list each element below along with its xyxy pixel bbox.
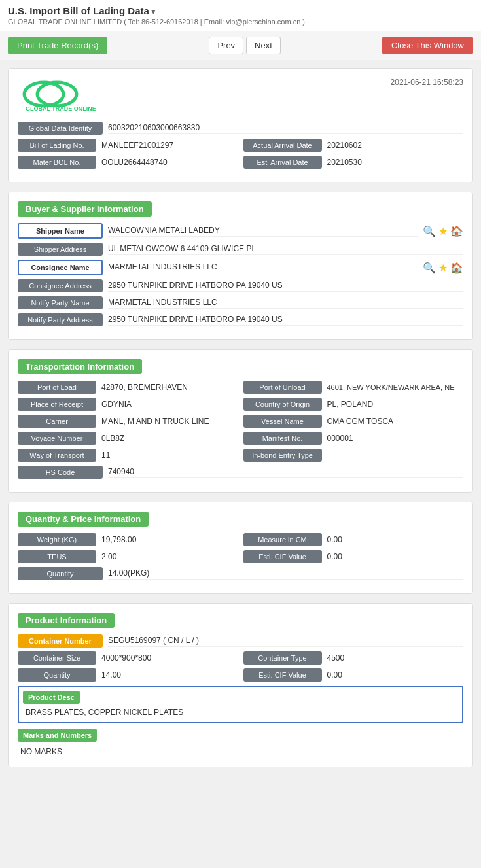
actual-arrival-col: Actual Arrival Date 20210602 bbox=[243, 139, 464, 152]
container-number-value: SEGU5169097 ( CN / L / ) bbox=[108, 636, 463, 647]
esti-cif-value: 0.00 bbox=[327, 552, 342, 561]
measure-value: 0.00 bbox=[327, 535, 342, 544]
quantity-label: Quantity bbox=[18, 567, 103, 580]
consignee-icons: 🔍 ★ 🏠 bbox=[423, 262, 463, 274]
esti-cif-label: Esti. CIF Value bbox=[243, 550, 322, 563]
shipper-address-row: Shipper Address UL METALOWCOW 6 44109 GL… bbox=[18, 243, 463, 256]
port-unload-label: Port of Unload bbox=[243, 381, 322, 394]
shipper-search-icon[interactable]: 🔍 bbox=[423, 225, 436, 237]
main-content: GLOBAL TRADE ONLINE LIMITED 2021-06-21 1… bbox=[0, 60, 481, 784]
container-type-col: Container Type 4500 bbox=[243, 651, 464, 665]
port-load-unload-row: Port of Load 42870, BREMERHAVEN Port of … bbox=[18, 381, 463, 394]
vessel-label: Vessel Name bbox=[243, 415, 322, 428]
shipper-name-label: Shipper Name bbox=[18, 223, 103, 239]
toolbar: Print Trade Record(s) Prev Next Close Th… bbox=[0, 31, 481, 60]
masterbol-value: OOLU2664448740 bbox=[101, 158, 168, 167]
logo: GLOBAL TRADE ONLINE LIMITED bbox=[18, 78, 96, 114]
notify-party-name-label: Notify Party Name bbox=[18, 296, 103, 309]
quantity-price-title: Quantity & Price Information bbox=[18, 512, 149, 527]
vessel-col: Vessel Name CMA CGM TOSCA bbox=[243, 415, 464, 428]
shipper-name-value: WALCOWNIA METALI LABEDY bbox=[108, 226, 418, 237]
weight-measure-row: Weight (KG) 19,798.00 Measure in CM 0.00 bbox=[18, 533, 463, 546]
container-number-label: Container Number bbox=[18, 634, 103, 648]
close-button[interactable]: Close This Window bbox=[382, 37, 473, 54]
buyer-supplier-header: Buyer & Supplier Information bbox=[18, 201, 463, 223]
carrier-col: Carrier MANL, M AND N TRUCK LINE bbox=[18, 415, 238, 428]
carrier-value: MANL, M AND N TRUCK LINE bbox=[101, 417, 209, 426]
country-origin-label: Country of Origin bbox=[243, 398, 322, 411]
notify-party-name-value: MARMETAL INDUSTRIES LLC bbox=[108, 298, 463, 309]
notify-party-name-row: Notify Party Name MARMETAL INDUSTRIES LL… bbox=[18, 296, 463, 309]
weight-value: 19,798.00 bbox=[101, 535, 136, 544]
port-load-value: 42870, BREMERHAVEN bbox=[101, 383, 188, 392]
teus-col: TEUS 2.00 bbox=[18, 550, 238, 563]
page-title: U.S. Import Bill of Lading Data bbox=[8, 5, 149, 16]
marks-value: NO MARKS bbox=[18, 746, 463, 757]
hs-code-row: HS Code 740940 bbox=[18, 466, 463, 479]
prod-qty-value: 14.00 bbox=[101, 670, 121, 680]
container-type-label: Container Type bbox=[243, 651, 322, 665]
svg-text:GLOBAL TRADE ONLINE LIMITED: GLOBAL TRADE ONLINE LIMITED bbox=[26, 105, 96, 112]
container-number-row: Container Number SEGU5169097 ( CN / L / … bbox=[18, 634, 463, 648]
consignee-name-value: MARMETAL INDUSTRIES LLC bbox=[108, 262, 418, 273]
place-receipt-label: Place of Receipt bbox=[18, 398, 96, 411]
prod-cif-value: 0.00 bbox=[327, 670, 342, 680]
transportation-card: Transportation Information Port of Load … bbox=[8, 349, 473, 493]
prod-qty-label: Quantity bbox=[18, 668, 96, 682]
carrier-label: Carrier bbox=[18, 415, 96, 428]
actual-arrival-label: Actual Arrival Date bbox=[243, 139, 322, 152]
shipper-home-icon[interactable]: 🏠 bbox=[450, 225, 463, 237]
bol-label: Bill of Lading No. bbox=[18, 139, 96, 152]
vessel-value: CMA CGM TOSCA bbox=[327, 417, 394, 426]
product-info-card: Product Information Container Number SEG… bbox=[8, 603, 473, 767]
receipt-col: Place of Receipt GDYNIA bbox=[18, 398, 238, 411]
hs-code-value: 740940 bbox=[108, 467, 463, 478]
quantity-price-header: Quantity & Price Information bbox=[18, 512, 463, 533]
prod-cif-col: Esti. CIF Value 0.00 bbox=[243, 668, 464, 682]
product-desc-container: Product Desc BRASS PLATES, COPPER NICKEL… bbox=[18, 686, 463, 723]
weight-col: Weight (KG) 19,798.00 bbox=[18, 533, 238, 546]
marks-numbers-container: Marks and Numbers NO MARKS bbox=[18, 729, 463, 757]
masterbol-row: Mater BOL No. OOLU2664448740 Esti Arriva… bbox=[18, 156, 463, 169]
country-origin-value: PL, POLAND bbox=[327, 400, 374, 409]
transportation-title: Transportation Information bbox=[18, 359, 142, 374]
quantity-row: Quantity 14.00(PKG) bbox=[18, 567, 463, 580]
prod-cif-label: Esti. CIF Value bbox=[243, 668, 322, 682]
container-size-col: Container Size 4000*900*800 bbox=[18, 651, 238, 665]
next-button[interactable]: Next bbox=[246, 37, 281, 54]
weight-label: Weight (KG) bbox=[18, 533, 96, 546]
manifest-label: Manifest No. bbox=[243, 432, 322, 445]
consignee-star-icon[interactable]: ★ bbox=[438, 262, 448, 274]
carrier-vessel-row: Carrier MANL, M AND N TRUCK LINE Vessel … bbox=[18, 415, 463, 428]
way-inbond-row: Way of Transport 11 In-bond Entry Type bbox=[18, 449, 463, 462]
product-desc-value: BRASS PLATES, COPPER NICKEL PLATES bbox=[23, 706, 458, 718]
esti-arrival-label: Esti Arrival Date bbox=[243, 156, 322, 169]
voyage-label: Voyage Number bbox=[18, 432, 96, 445]
inbond-label: In-bond Entry Type bbox=[243, 449, 322, 462]
consignee-address-value: 2950 TURNPIKE DRIVE HATBORO PA 19040 US bbox=[108, 281, 463, 292]
way-col: Way of Transport 11 bbox=[18, 449, 238, 462]
cif-col: Esti. CIF Value 0.00 bbox=[243, 550, 464, 563]
container-size-type-row: Container Size 4000*900*800 Container Ty… bbox=[18, 651, 463, 665]
print-button[interactable]: Print Trade Record(s) bbox=[8, 37, 107, 54]
way-transport-label: Way of Transport bbox=[18, 449, 96, 462]
shipper-name-row: Shipper Name WALCOWNIA METALI LABEDY 🔍 ★… bbox=[18, 223, 463, 239]
shipper-icons: 🔍 ★ 🏠 bbox=[423, 225, 463, 237]
dropdown-arrow[interactable]: ▾ bbox=[151, 7, 156, 16]
teus-value: 2.00 bbox=[101, 552, 116, 561]
prev-button[interactable]: Prev bbox=[209, 37, 243, 54]
global-data-label: Global Data Identity bbox=[18, 122, 103, 135]
place-receipt-value: GDYNIA bbox=[101, 400, 132, 409]
measure-col: Measure in CM 0.00 bbox=[243, 533, 464, 546]
esti-arrival-value: 20210530 bbox=[327, 158, 362, 167]
consignee-home-icon[interactable]: 🏠 bbox=[450, 262, 463, 274]
buyer-supplier-card: Buyer & Supplier Information Shipper Nam… bbox=[8, 192, 473, 340]
marks-label: Marks and Numbers bbox=[18, 729, 97, 742]
container-size-value: 4000*900*800 bbox=[101, 653, 151, 663]
nav-group: Prev Next bbox=[209, 37, 280, 54]
voyage-col: Voyage Number 0LB8Z bbox=[18, 432, 238, 445]
shipper-star-icon[interactable]: ★ bbox=[438, 225, 448, 237]
consignee-search-icon[interactable]: 🔍 bbox=[423, 262, 436, 274]
quantity-price-card: Quantity & Price Information Weight (KG)… bbox=[8, 502, 473, 594]
shipper-address-label: Shipper Address bbox=[18, 243, 103, 256]
